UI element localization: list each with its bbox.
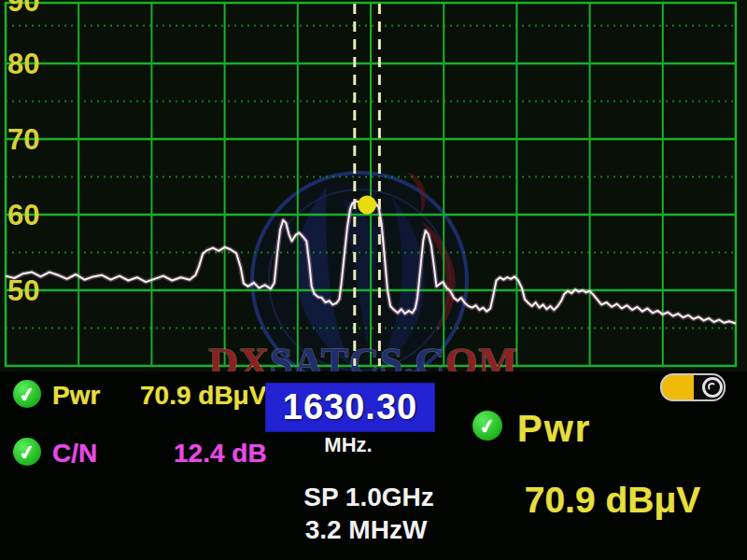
span-readout: SP 1.0GHz xyxy=(270,483,468,512)
frequency-value: 1630.30 xyxy=(283,387,417,427)
big-pwr-check-icon xyxy=(472,411,502,441)
battery-icon xyxy=(660,373,726,401)
cn-value: 12.4 dB xyxy=(174,439,267,469)
big-pwr-label: Pwr xyxy=(517,408,591,450)
cn-ok-check-icon xyxy=(13,438,41,466)
pwr-label: Pwr xyxy=(52,381,100,411)
frequency-display: 1630.30 xyxy=(266,384,434,431)
svg-text:70: 70 xyxy=(7,123,39,156)
svg-text:DXSATCS.COM: DXSATCS.COM xyxy=(208,340,518,371)
battery-lens xyxy=(702,377,723,398)
svg-text:80: 80 xyxy=(7,48,39,80)
bandwidth-readout: 3.2 MHzW xyxy=(270,515,462,545)
pwr-value: 70.9 dBμV xyxy=(140,381,266,411)
svg-text:60: 60 xyxy=(7,199,39,231)
svg-text:90: 90 xyxy=(7,0,39,18)
pwr-ok-check-icon xyxy=(13,380,41,408)
spectrum-chart: DXSATCS.COM9080706050 xyxy=(0,0,747,371)
satellite-meter-screen: DXSATCS.COM9080706050 Pwr 70.9 dBμV C/N … xyxy=(0,0,747,560)
frequency-unit: MHz. xyxy=(266,433,430,457)
big-pwr-value: 70.9 dBμV xyxy=(484,480,741,521)
cn-label: C/N xyxy=(52,439,97,469)
